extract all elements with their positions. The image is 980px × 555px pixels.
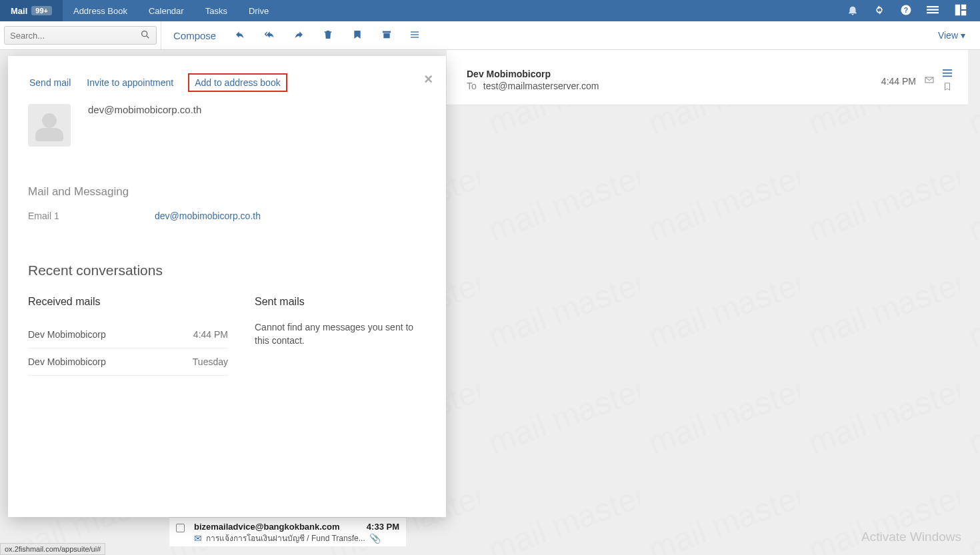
contact-header: dev@mobimobicorp.co.th [28, 104, 426, 147]
search-input[interactable] [10, 31, 140, 41]
archive-icon[interactable] [381, 29, 392, 42]
email1-label: Email 1 [28, 211, 68, 221]
svg-text:?: ? [904, 5, 908, 13]
conversations-columns: Received mails Dev Mobimobicorp 4:44 PM … [28, 296, 426, 376]
mail-list-item[interactable]: bizemailadvice@bangkokbank.com 4:33 PM ✉… [169, 517, 406, 546]
nav-tab-tasks[interactable]: Tasks [195, 0, 238, 21]
svg-rect-11 [411, 37, 419, 37]
view-label: View [938, 30, 958, 41]
avatar [28, 104, 71, 147]
envelope-icon[interactable] [924, 75, 935, 87]
mail-time: 4:44 PM [881, 76, 916, 87]
received-heading: Received mails [28, 296, 228, 308]
received-item[interactable]: Dev Mobimobicorp Tuesday [28, 348, 228, 376]
list-item-time: 4:33 PM [367, 522, 399, 532]
mail-header-pane: Dev Mobimobicorp To test@mailmasterserve… [447, 50, 968, 105]
contact-email-display: dev@mobimobicorp.co.th [88, 104, 201, 115]
attachment-icon: 📎 [369, 533, 381, 544]
reply-icon[interactable] [235, 29, 245, 42]
received-time: Tuesday [193, 356, 228, 367]
nav-tab-mail[interactable]: Mail 99+ [0, 0, 63, 21]
more-icon[interactable] [411, 29, 421, 42]
received-item[interactable]: Dev Mobimobicorp 4:44 PM [28, 321, 228, 348]
forward-icon[interactable] [293, 29, 304, 42]
top-navigation: Mail 99+ Address Book Calendar Tasks Dri… [0, 0, 980, 21]
svg-line-6 [147, 36, 149, 38]
received-column: Received mails Dev Mobimobicorp 4:44 PM … [28, 296, 228, 376]
checkbox[interactable] [176, 524, 185, 532]
svg-rect-15 [943, 69, 952, 71]
actions-menu-icon[interactable] [943, 69, 952, 79]
svg-rect-16 [943, 73, 952, 74]
email-field-row: Email 1 dev@mobimobicorp.co.th [28, 211, 426, 221]
section-mail-heading: Mail and Messaging [28, 185, 426, 199]
popup-actions: Send mail Invite to appointment Add to a… [28, 73, 426, 92]
refresh-icon[interactable] [873, 4, 885, 18]
toolbar: Compose View ▾ [0, 21, 980, 50]
reply-all-icon[interactable] [264, 29, 275, 42]
mail-to-label: To [467, 81, 477, 91]
svg-rect-10 [411, 34, 419, 35]
svg-point-5 [142, 31, 147, 36]
invite-appointment-action[interactable]: Invite to appointment [85, 75, 175, 91]
contact-popup: × Send mail Invite to appointment Add to… [8, 56, 446, 517]
list-item-from: bizemailadvice@bangkokbank.com [194, 522, 340, 532]
sent-empty-message: Cannot find any messages you sent to thi… [255, 321, 426, 347]
mail-from-name[interactable]: Dev Mobimobicorp [467, 69, 952, 79]
toolbar-actions: Compose [161, 29, 421, 42]
sent-heading: Sent mails [255, 296, 426, 308]
nav-utilities: ? [847, 3, 980, 19]
email1-value[interactable]: dev@mobimobicorp.co.th [155, 211, 261, 221]
svg-rect-4 [927, 12, 939, 13]
nav-tabs: Mail 99+ Address Book Calendar Tasks Dri… [0, 0, 279, 21]
statusbar-url: ox.2fishmail.com/appsuite/ui# [0, 543, 105, 555]
delete-icon[interactable] [323, 29, 333, 42]
received-name: Dev Mobimobicorp [28, 329, 106, 340]
mail-to-row: To test@mailmasterserver.com [467, 81, 952, 91]
help-icon[interactable]: ? [900, 4, 912, 18]
nav-tab-label: Mail [11, 6, 27, 16]
app-logo-icon[interactable] [953, 3, 968, 19]
activate-windows-watermark: Activate Windows [861, 530, 961, 544]
sent-column: Sent mails Cannot find any messages you … [255, 296, 426, 376]
search-container [0, 21, 161, 49]
nav-tab-calendar[interactable]: Calendar [138, 0, 195, 21]
flag-icon[interactable] [352, 29, 363, 42]
svg-rect-7 [383, 31, 391, 33]
close-icon[interactable]: × [424, 71, 433, 88]
bookmark-icon[interactable] [943, 82, 952, 93]
svg-rect-3 [927, 9, 939, 10]
chevron-down-icon: ▾ [961, 30, 965, 41]
nav-tab-addressbook[interactable]: Address Book [63, 0, 138, 21]
add-to-address-book-action[interactable]: Add to address book [188, 73, 287, 92]
mail-meta: 4:44 PM [881, 69, 952, 93]
svg-rect-17 [943, 76, 952, 77]
list-item-subject: การแจ้งการโอนเงินผ่านบัญชี / Fund Transf… [206, 532, 365, 544]
search-box[interactable] [4, 26, 157, 45]
svg-rect-9 [411, 31, 419, 32]
mail-to-address[interactable]: test@mailmasterserver.com [483, 81, 599, 91]
svg-rect-8 [384, 33, 390, 38]
section-recent-heading: Recent conversations [28, 263, 426, 278]
received-name: Dev Mobimobicorp [28, 356, 106, 367]
unread-dot-icon: ✉ [194, 533, 202, 544]
menu-icon[interactable] [927, 4, 939, 18]
nav-tab-drive[interactable]: Drive [238, 0, 279, 21]
view-dropdown[interactable]: View ▾ [938, 30, 980, 41]
notifications-icon[interactable] [847, 4, 859, 18]
compose-button[interactable]: Compose [173, 30, 216, 41]
svg-rect-2 [927, 6, 939, 7]
mail-count-badge: 99+ [31, 6, 52, 15]
received-time: 4:44 PM [193, 329, 228, 340]
search-icon[interactable] [140, 29, 151, 42]
send-mail-action[interactable]: Send mail [28, 75, 72, 91]
